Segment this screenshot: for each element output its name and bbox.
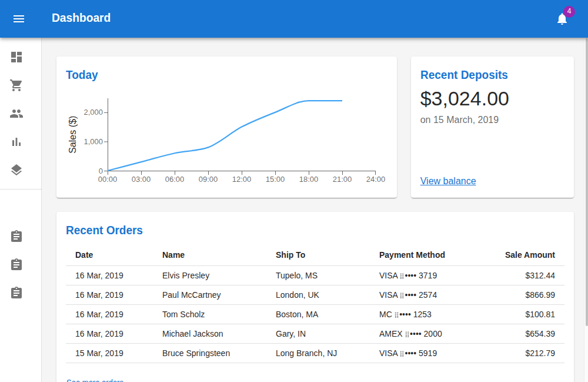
svg-text:12:00: 12:00 (232, 175, 252, 184)
svg-text:21:00: 21:00 (333, 175, 352, 184)
svg-text:0: 0 (99, 167, 103, 175)
svg-text:24:00: 24:00 (366, 175, 386, 184)
svg-text:09:00: 09:00 (199, 175, 218, 184)
svg-text:06:00: 06:00 (165, 175, 185, 184)
svg-text:15:00: 15:00 (266, 175, 285, 184)
svg-text:2,000: 2,000 (83, 108, 103, 117)
svg-text:Sales ($): Sales ($) (68, 116, 78, 154)
svg-text:18:00: 18:00 (299, 175, 319, 184)
svg-text:00:00: 00:00 (98, 175, 118, 184)
svg-text:1,000: 1,000 (83, 137, 103, 146)
svg-text:03:00: 03:00 (132, 175, 151, 184)
